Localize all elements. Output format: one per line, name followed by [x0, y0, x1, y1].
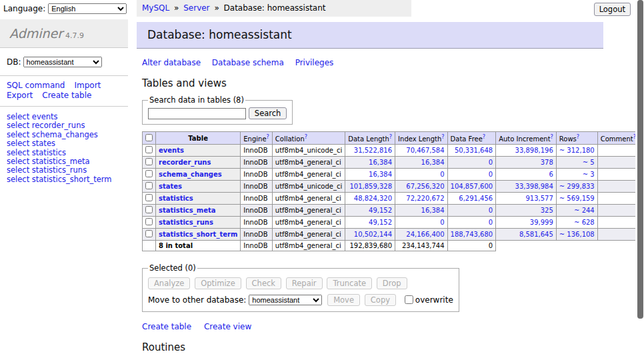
- language-select[interactable]: English: [48, 3, 127, 14]
- sidebar-item-select-schema-changes[interactable]: select schema_changes: [7, 131, 128, 139]
- rows-link[interactable]: ~ 244: [574, 207, 595, 214]
- help-icon[interactable]: ?: [305, 134, 307, 140]
- data-free-link[interactable]: 104,857,600: [451, 183, 493, 190]
- help-icon[interactable]: ?: [551, 134, 553, 140]
- table-name-link[interactable]: schema_changes: [159, 171, 222, 178]
- row-checkbox[interactable]: [145, 158, 153, 165]
- column-header-table: Table: [156, 132, 241, 145]
- rows-link[interactable]: ~ 299,833: [559, 183, 595, 190]
- truncate-button[interactable]: Truncate: [327, 277, 372, 289]
- help-icon[interactable]: ?: [577, 134, 579, 140]
- search-input[interactable]: [148, 108, 246, 119]
- auto-increment-link[interactable]: 378: [541, 159, 553, 166]
- table-name-link[interactable]: events: [159, 147, 184, 154]
- data-length-link[interactable]: 48,824,320: [354, 195, 392, 202]
- data-free-link[interactable]: 6,291,456: [459, 195, 493, 202]
- index-length-link[interactable]: 0: [440, 171, 444, 178]
- auto-increment-link[interactable]: 913,577: [525, 195, 553, 202]
- db-select[interactable]: homeassistant: [23, 57, 102, 67]
- auto-increment-link[interactable]: 39,999: [530, 219, 553, 226]
- row-checkbox[interactable]: [145, 230, 153, 237]
- drop-button[interactable]: Drop: [377, 277, 407, 289]
- move-button[interactable]: Move: [327, 294, 360, 306]
- data-length-link[interactable]: 16,384: [369, 159, 392, 166]
- rows-link[interactable]: ~ 5: [583, 159, 595, 166]
- data-length-link[interactable]: 49,152: [369, 207, 392, 214]
- data-length-link[interactable]: 31,522,816: [354, 147, 392, 154]
- sidebar-item-select-statistics[interactable]: select statistics: [7, 149, 128, 157]
- scrollbar-thumb[interactable]: [637, 0, 643, 319]
- export-link[interactable]: Export: [7, 91, 33, 100]
- alter-database-link[interactable]: Alter database: [142, 58, 201, 67]
- auto-increment-link[interactable]: 33,398,984: [515, 183, 553, 190]
- index-length-link[interactable]: 16,384: [421, 159, 445, 166]
- create-table-link[interactable]: Create table: [42, 91, 91, 100]
- data-length-link[interactable]: 49,152: [369, 219, 392, 226]
- copy-button[interactable]: Copy: [365, 294, 396, 306]
- index-length-link[interactable]: 0: [440, 219, 444, 226]
- table-name-link[interactable]: statistics_short_term: [159, 231, 237, 238]
- sidebar-item-select-statistics-meta[interactable]: select statistics_meta: [7, 157, 128, 165]
- row-checkbox[interactable]: [145, 218, 153, 225]
- analyze-button[interactable]: Analyze: [148, 277, 190, 289]
- data-length-link[interactable]: 16,384: [369, 171, 392, 178]
- rows-link[interactable]: ~ 312,180: [559, 147, 595, 154]
- row-checkbox[interactable]: [145, 170, 153, 177]
- search-button[interactable]: Search: [249, 107, 287, 119]
- data-free-link[interactable]: 0: [489, 171, 493, 178]
- sql-command-link[interactable]: SQL command: [7, 81, 65, 90]
- overwrite-checkbox[interactable]: [405, 295, 413, 304]
- data-free-link[interactable]: 0: [489, 159, 493, 166]
- move-db-select[interactable]: homeassistant: [249, 295, 322, 305]
- data-length-link[interactable]: 10,502,144: [354, 231, 392, 238]
- database-schema-link[interactable]: Database schema: [212, 58, 284, 67]
- rows-link[interactable]: ~ 569,159: [559, 195, 595, 202]
- index-length-link[interactable]: 67,256,320: [406, 183, 444, 190]
- auto-increment-link[interactable]: 325: [541, 207, 553, 214]
- auto-increment-link[interactable]: 8,581,645: [519, 231, 553, 238]
- help-icon[interactable]: ?: [441, 134, 444, 140]
- optimize-button[interactable]: Optimize: [195, 277, 241, 289]
- table-name-link[interactable]: states: [159, 183, 182, 190]
- index-length-link[interactable]: 72,220,672: [406, 195, 444, 202]
- rows-link[interactable]: ~ 136,108: [559, 231, 595, 238]
- help-icon[interactable]: ?: [389, 134, 392, 140]
- data-free-link[interactable]: 0: [489, 219, 493, 226]
- overwrite-label[interactable]: overwrite: [415, 295, 453, 305]
- sidebar-item-select-events[interactable]: select events: [7, 113, 128, 121]
- check-button[interactable]: Check: [246, 277, 281, 289]
- auto-increment-link[interactable]: 6: [549, 171, 553, 178]
- main-content: Database: homeassistant Alter database D…: [137, 0, 603, 362]
- table-name-link[interactable]: statistics_runs: [159, 219, 213, 226]
- sidebar-item-select-recorder-runs[interactable]: select recorder_runs: [7, 121, 128, 129]
- rows-link[interactable]: ~ 3: [583, 171, 595, 178]
- index-length-link[interactable]: 24,166,400: [406, 231, 444, 238]
- table-name-link[interactable]: recorder_runs: [159, 159, 211, 166]
- data-length-link[interactable]: 101,859,328: [349, 183, 392, 190]
- row-checkbox[interactable]: [145, 182, 153, 189]
- import-link[interactable]: Import: [74, 81, 101, 90]
- data-free-link[interactable]: 0: [489, 207, 493, 214]
- create-view-link[interactable]: Create view: [204, 322, 251, 331]
- index-length-link[interactable]: 70,467,584: [406, 147, 444, 154]
- index-length-link[interactable]: 16,384: [421, 207, 445, 214]
- row-checkbox[interactable]: [145, 206, 153, 213]
- help-icon[interactable]: ?: [483, 134, 485, 140]
- data-free-link[interactable]: 50,331,648: [455, 147, 493, 154]
- table-row: statistics_meta InnoDB utf8mb4_general_c…: [143, 205, 639, 217]
- sidebar-item-select-states[interactable]: select states: [7, 139, 128, 147]
- row-checkbox[interactable]: [145, 194, 153, 201]
- table-name-link[interactable]: statistics: [159, 195, 193, 202]
- create-table-link-bottom[interactable]: Create table: [142, 322, 191, 331]
- repair-button[interactable]: Repair: [286, 277, 323, 289]
- table-name-link[interactable]: statistics_meta: [159, 207, 215, 214]
- row-checkbox[interactable]: [145, 146, 153, 153]
- privileges-link[interactable]: Privileges: [295, 58, 334, 67]
- help-icon[interactable]: ?: [267, 134, 269, 140]
- select-all-checkbox[interactable]: [145, 134, 153, 141]
- sidebar-item-select-statistics-runs[interactable]: select statistics_runs: [7, 166, 128, 174]
- auto-increment-link[interactable]: 33,898,196: [515, 147, 553, 154]
- rows-link[interactable]: ~ 628: [574, 219, 595, 226]
- sidebar-item-select-statistics-short-term[interactable]: select statistics_short_term: [7, 175, 128, 183]
- data-free-link[interactable]: 188,743,680: [451, 231, 493, 238]
